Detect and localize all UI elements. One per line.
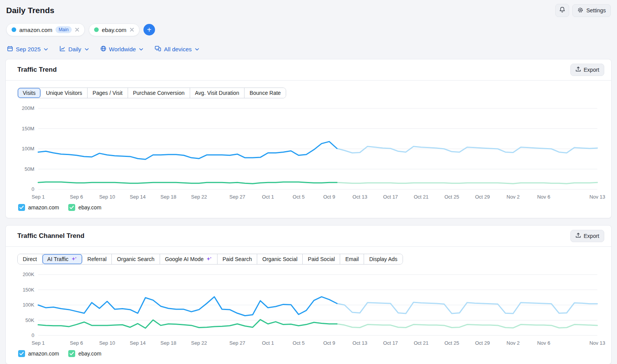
tab-label: Purchase Conversion (133, 90, 185, 96)
series-forecast-ebay-com (337, 182, 597, 184)
traffic-trend-chart[interactable]: 050M100M150M200MSep 1Sep 6Sep 10Sep 14Se… (15, 104, 602, 201)
tab-display-ads[interactable]: Display Ads (364, 254, 402, 264)
tab-referral[interactable]: Referral (83, 254, 112, 264)
svg-text:Sep 18: Sep 18 (160, 194, 176, 200)
svg-text:Oct 25: Oct 25 (444, 194, 459, 200)
gear-icon (577, 7, 583, 14)
traffic-channel-trend-card: Traffic Channel Trend Export DirectAI Tr… (5, 225, 612, 364)
add-domain-button[interactable]: + (143, 24, 155, 35)
tab-label: Direct (23, 256, 37, 262)
svg-text:Nov 6: Nov 6 (537, 340, 550, 346)
svg-text:Oct 1: Oct 1 (262, 340, 274, 346)
svg-text:Nov 6: Nov 6 (537, 194, 550, 200)
legend-item-ebay-com[interactable]: ebay.com (68, 204, 101, 211)
settings-button[interactable]: Settings (572, 4, 611, 17)
traffic-trend-card: Traffic Trend Export VisitsUnique Visito… (5, 59, 612, 218)
notifications-button[interactable] (555, 4, 569, 17)
svg-text:Sep 14: Sep 14 (130, 194, 146, 200)
ai-sparkle-icon (206, 256, 212, 262)
legend-item-amazon-com[interactable]: amazon.com (18, 350, 59, 357)
export-button[interactable]: Export (570, 64, 604, 76)
tab-email[interactable]: Email (340, 254, 364, 264)
tab-organic-social[interactable]: Organic Social (257, 254, 303, 264)
legend-item-ebay-com[interactable]: ebay.com (68, 350, 101, 357)
series-ebay-com (38, 182, 337, 184)
svg-text:Oct 29: Oct 29 (475, 194, 490, 200)
svg-text:Oct 13: Oct 13 (352, 340, 367, 346)
svg-text:Nov 2: Nov 2 (507, 194, 520, 200)
tab-unique-visitors[interactable]: Unique Visitors (41, 88, 88, 98)
legend-checkbox-ebay-com[interactable] (68, 204, 75, 211)
tab-purchase-conversion[interactable]: Purchase Conversion (128, 88, 190, 98)
svg-text:Sep 10: Sep 10 (99, 194, 115, 200)
legend-label: ebay.com (78, 351, 101, 357)
tab-paid-social[interactable]: Paid Social (303, 254, 340, 264)
tab-pages-visit[interactable]: Pages / Visit (88, 88, 128, 98)
tab-organic-search[interactable]: Organic Search (112, 254, 160, 264)
svg-text:Oct 25: Oct 25 (444, 340, 459, 346)
tab-label: Bounce Rate (249, 90, 281, 96)
svg-text:Nov 13: Nov 13 (589, 194, 605, 200)
export-button-label: Export (584, 233, 599, 239)
chevron-down-icon (195, 48, 199, 51)
svg-text:0: 0 (32, 332, 34, 338)
granularity-filter[interactable]: Daily (59, 46, 88, 53)
svg-text:Oct 9: Oct 9 (323, 194, 335, 200)
tab-bounce-rate[interactable]: Bounce Rate (244, 88, 286, 98)
svg-text:50K: 50K (25, 317, 34, 323)
svg-text:Sep 27: Sep 27 (229, 194, 245, 200)
tab-avg-visit-duration[interactable]: Avg. Visit Duration (190, 88, 245, 98)
svg-text:Nov 2: Nov 2 (507, 340, 520, 346)
ebay-color-dot (94, 27, 99, 32)
domain-chip-ebay[interactable]: ebay.com (89, 24, 140, 36)
globe-icon (100, 46, 106, 53)
header-actions: Settings (555, 4, 611, 17)
svg-text:200M: 200M (22, 105, 34, 111)
traffic-channel-trend-chart[interactable]: 050K100K150K200KSep 1Sep 6Sep 10Sep 14Se… (15, 270, 602, 347)
region-filter[interactable]: Worldwide (100, 46, 143, 53)
region-filter-label: Worldwide (109, 46, 136, 52)
svg-text:150M: 150M (22, 126, 34, 131)
date-range-filter[interactable]: Sep 2025 (7, 46, 48, 53)
remove-domain-icon[interactable] (130, 27, 134, 32)
tab-ai-traffic[interactable]: AI Traffic (42, 254, 83, 264)
export-icon (575, 233, 581, 239)
series-forecast-amazon-com (337, 147, 597, 153)
page: Daily Trends Settings amazon.com Main eb… (0, 0, 617, 364)
legend-item-amazon-com[interactable]: amazon.com (18, 204, 59, 211)
svg-text:Sep 6: Sep 6 (70, 340, 83, 346)
svg-text:150K: 150K (23, 287, 35, 293)
svg-text:0: 0 (32, 186, 34, 192)
svg-text:Sep 6: Sep 6 (70, 194, 83, 200)
main-badge: Main (56, 26, 72, 33)
series-amazon-com (38, 297, 337, 316)
domain-chip-amazon[interactable]: amazon.com Main (6, 23, 85, 36)
tab-direct[interactable]: Direct (18, 254, 42, 264)
legend-checkbox-amazon-com[interactable] (18, 350, 25, 357)
tab-visits[interactable]: Visits (18, 88, 41, 98)
tab-label: Google AI Mode (165, 256, 204, 262)
domain-chip-label: ebay.com (102, 27, 126, 33)
line-chart-icon (59, 46, 66, 53)
traffic-trend-metric-tabs: VisitsUnique VisitorsPages / VisitPurcha… (17, 88, 286, 98)
legend-checkbox-amazon-com[interactable] (18, 204, 25, 211)
export-button[interactable]: Export (570, 230, 604, 242)
devices-filter[interactable]: All devices (155, 46, 199, 53)
svg-text:Oct 21: Oct 21 (414, 340, 428, 346)
tab-google-ai-mode[interactable]: Google AI Mode (160, 254, 217, 264)
filters-row: Sep 2025 Daily Worldwide All devices (7, 46, 612, 53)
svg-text:100M: 100M (22, 146, 34, 152)
remove-domain-icon[interactable] (75, 27, 79, 32)
legend-checkbox-ebay-com[interactable] (68, 350, 75, 357)
chevron-down-icon (44, 48, 48, 51)
tab-paid-search[interactable]: Paid Search (217, 254, 257, 264)
tab-label: AI Traffic (47, 256, 69, 262)
traffic-trend-title: Traffic Trend (17, 66, 57, 74)
chevron-down-icon (85, 48, 89, 51)
legend-label: amazon.com (28, 204, 59, 211)
legend-label: amazon.com (28, 351, 59, 357)
series-amazon-com (38, 142, 337, 159)
series-ebay-com (38, 320, 337, 328)
page-title: Daily Trends (6, 6, 54, 15)
svg-text:Sep 22: Sep 22 (191, 340, 207, 346)
